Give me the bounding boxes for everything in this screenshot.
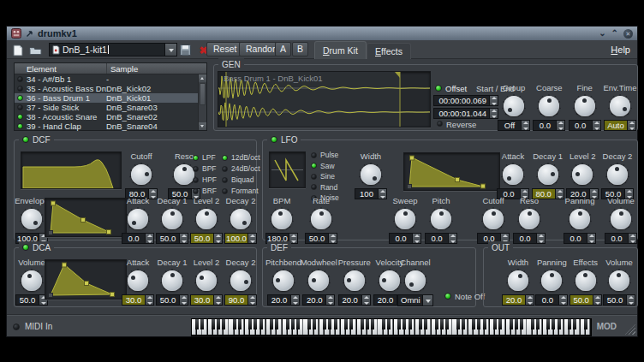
decay-1-knob[interactable] bbox=[159, 206, 185, 232]
decay-1-knob[interactable] bbox=[159, 268, 185, 294]
piano-key-black[interactable] bbox=[568, 319, 571, 329]
lfo-led[interactable] bbox=[271, 136, 277, 143]
volume-value[interactable]: 0.0 bbox=[605, 233, 637, 244]
panning-knob[interactable] bbox=[567, 206, 593, 232]
spinner-buttons[interactable] bbox=[593, 295, 601, 305]
effects-value[interactable]: 50.0 bbox=[569, 294, 602, 306]
table-row[interactable]: 35 - Acoustic Bass DrumDnB_Kick02 bbox=[15, 84, 198, 93]
pitch-value[interactable]: 0.0 bbox=[425, 233, 457, 244]
piano-key-black[interactable] bbox=[536, 319, 540, 329]
resize-grip[interactable] bbox=[625, 324, 635, 335]
piano-key-black[interactable] bbox=[483, 319, 486, 329]
piano-key-black[interactable] bbox=[424, 319, 427, 329]
radio-pulse[interactable]: Pulse bbox=[311, 151, 339, 159]
spinner-buttons[interactable] bbox=[626, 295, 635, 305]
level-2-value[interactable]: 30.0 bbox=[190, 294, 223, 306]
spinner-buttons[interactable] bbox=[378, 189, 386, 199]
spinner-buttons[interactable] bbox=[521, 121, 529, 130]
piano-key-black[interactable] bbox=[212, 319, 215, 329]
piano-key-black[interactable] bbox=[200, 319, 204, 329]
spinner-buttons[interactable] bbox=[145, 234, 153, 243]
minimize-icon[interactable]: ⌄ bbox=[599, 29, 605, 38]
attack-knob[interactable] bbox=[125, 268, 151, 294]
pressure-value[interactable]: 20.0 bbox=[338, 294, 371, 306]
offset-end-spinbox[interactable]: 00:00:01.044 bbox=[433, 108, 498, 119]
spinner-buttons[interactable] bbox=[328, 234, 337, 243]
width-knob[interactable] bbox=[505, 268, 531, 294]
piano-key-black[interactable] bbox=[493, 319, 497, 329]
offset-led[interactable] bbox=[435, 85, 442, 92]
piano-key-black[interactable] bbox=[217, 319, 220, 329]
piano-key-black[interactable] bbox=[344, 319, 348, 329]
modwheel-value[interactable]: 20.0 bbox=[302, 294, 335, 306]
attack-value[interactable]: 0.0 bbox=[122, 233, 154, 244]
level-2-knob[interactable] bbox=[194, 268, 219, 294]
tab-drum-kit[interactable]: Drum Kit bbox=[314, 41, 367, 59]
piano-key-black[interactable] bbox=[477, 319, 480, 329]
scroll-up-button[interactable] bbox=[199, 74, 206, 82]
scroll-down-button[interactable] bbox=[199, 122, 206, 130]
table-row[interactable]: 34 - A#/Bb 1- bbox=[15, 74, 198, 84]
piano-key-black[interactable] bbox=[270, 319, 273, 329]
column-header-element[interactable]: Element bbox=[15, 63, 106, 74]
radio-formant[interactable]: Formant bbox=[222, 187, 260, 195]
piano-key-black[interactable] bbox=[440, 319, 444, 329]
decay-2-knob[interactable] bbox=[228, 268, 253, 294]
piano-key-black[interactable] bbox=[259, 319, 263, 329]
spinner-buttons[interactable] bbox=[448, 234, 456, 243]
piano-key-black[interactable] bbox=[552, 319, 555, 329]
sweep-value[interactable]: 0.0 bbox=[389, 233, 421, 244]
spinner-buttons[interactable] bbox=[555, 189, 564, 199]
decay-1-value[interactable]: 50.0 bbox=[156, 294, 188, 306]
scroll-thumb[interactable] bbox=[200, 83, 206, 105]
preset-combobox[interactable]: DnB_1-kit1 bbox=[49, 43, 177, 56]
reso-knob[interactable] bbox=[516, 206, 542, 232]
radio-12db-oct[interactable]: 12dB/oct bbox=[222, 153, 260, 162]
spinner-buttons[interactable] bbox=[627, 121, 635, 130]
piano-key-black[interactable] bbox=[313, 319, 316, 329]
open-preset-button[interactable] bbox=[28, 43, 43, 57]
lfo-envelope-display[interactable] bbox=[403, 152, 500, 191]
preset-dropdown-arrow[interactable] bbox=[164, 44, 176, 56]
piano-key-black[interactable] bbox=[515, 319, 518, 329]
piano-key-black[interactable] bbox=[472, 319, 475, 329]
table-row[interactable]: 37 - Side StickDnB_Snare03 bbox=[15, 103, 198, 112]
spinner-buttons[interactable] bbox=[361, 295, 370, 305]
piano-key-black[interactable] bbox=[286, 319, 289, 329]
volume-knob[interactable] bbox=[19, 268, 45, 294]
spinner-buttons[interactable] bbox=[628, 234, 636, 243]
spinner-buttons[interactable] bbox=[592, 121, 600, 130]
envelope-knob[interactable] bbox=[19, 206, 45, 232]
piano-key-black[interactable] bbox=[445, 319, 449, 329]
radio-lpf[interactable]: LPF bbox=[193, 153, 217, 162]
mod-label[interactable]: MOD bbox=[597, 322, 617, 331]
volume-value[interactable]: 50.0 bbox=[603, 294, 635, 306]
decay-1-knob[interactable] bbox=[535, 162, 561, 187]
spinner-buttons[interactable] bbox=[556, 121, 564, 130]
spinner-buttons[interactable] bbox=[325, 295, 334, 305]
pitchbend-value[interactable]: 20.0 bbox=[267, 294, 300, 306]
attack-knob[interactable] bbox=[125, 206, 151, 232]
level-2-knob[interactable] bbox=[194, 206, 219, 232]
dcf-filter-display[interactable] bbox=[21, 151, 122, 189]
element-list-scrollbar[interactable] bbox=[198, 74, 206, 130]
fine-value[interactable]: 0.0 bbox=[569, 120, 601, 131]
sample-waveform-display[interactable]: Bass Drum 1 - DnB_Kick01 bbox=[218, 71, 431, 128]
piano-key-black[interactable] bbox=[382, 319, 385, 329]
width-value[interactable]: 20.0 bbox=[502, 294, 534, 306]
spinner-buttons[interactable] bbox=[412, 234, 420, 243]
fine-knob[interactable] bbox=[572, 93, 598, 119]
tab-effects[interactable]: Effects bbox=[367, 43, 411, 59]
env-time-knob[interactable] bbox=[607, 93, 633, 119]
attack-value[interactable]: 30.0 bbox=[122, 294, 154, 306]
decay-2-knob[interactable] bbox=[605, 162, 630, 187]
coarse-knob[interactable] bbox=[536, 93, 562, 119]
cutoff-knob[interactable] bbox=[128, 162, 154, 187]
decay-1-value[interactable]: 50.0 bbox=[156, 233, 188, 244]
piano-key-black[interactable] bbox=[238, 319, 242, 329]
panning-knob[interactable] bbox=[539, 268, 564, 294]
spinner-buttons[interactable] bbox=[247, 234, 256, 243]
modwheel-knob[interactable] bbox=[306, 268, 331, 294]
level-2-value[interactable]: 50.0 bbox=[190, 233, 223, 244]
sweep-knob[interactable] bbox=[392, 206, 418, 232]
